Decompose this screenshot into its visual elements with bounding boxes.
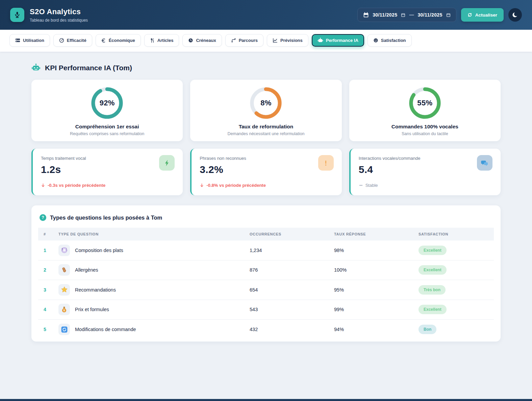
kpi-card-1: 92%Compréhension 1er essaiRequêtes compr… bbox=[31, 80, 183, 141]
satisfaction-badge: Très bon bbox=[419, 285, 446, 295]
tab-parcours[interactable]: Parcours bbox=[225, 34, 263, 47]
kpi-card-2: 8%Taux de reformulationDemandes nécessit… bbox=[190, 80, 341, 141]
taux-reponse-value: 99% bbox=[334, 307, 419, 312]
question-type-tile bbox=[58, 284, 70, 296]
peanut-icon bbox=[61, 267, 68, 273]
stat-label: Interactions vocales/commande bbox=[359, 156, 492, 161]
stat-icon-tile bbox=[318, 155, 334, 171]
kpi-card-3: 55%Commandes 100% vocalesSans utilisatio… bbox=[349, 80, 501, 141]
tab-cr-neaux[interactable]: Créneaux bbox=[182, 34, 222, 47]
question-type-tile bbox=[58, 324, 70, 335]
date-from-input[interactable]: 30/11/2025 bbox=[373, 12, 397, 18]
table-body: 1Composition des plats1,23498%Excellent2… bbox=[38, 241, 494, 340]
tab-performance-ia[interactable]: Performance IA bbox=[312, 34, 364, 47]
refresh-button-label: Actualiser bbox=[475, 12, 497, 18]
calendar-picker-icon[interactable] bbox=[401, 13, 405, 17]
satisfaction-badge: Bon bbox=[419, 325, 436, 334]
down-arrow-icon bbox=[200, 183, 204, 187]
app-subtitle: Tableau de bord des statistiques bbox=[30, 18, 88, 23]
occurrences-value: 1,234 bbox=[250, 248, 334, 253]
row-rank: 5 bbox=[44, 327, 58, 332]
tab-pr-visions[interactable]: Prévisions bbox=[267, 34, 308, 47]
question-type-tile: $ bbox=[58, 304, 70, 315]
kpi-subtitle: Demandes nécessitant une reformulation bbox=[197, 131, 335, 136]
footer-strip bbox=[0, 399, 532, 401]
stat-icon-tile bbox=[477, 155, 492, 171]
plate-icon bbox=[61, 247, 68, 254]
stat-cards: Temps traitement vocal1.2s-0.3s vs pério… bbox=[31, 149, 501, 195]
table-row: 2Allergènes876100%Excellent bbox=[38, 260, 494, 280]
stat-trend: -0.3s vs période précédente bbox=[41, 183, 175, 188]
app-title: S2O Analytics bbox=[30, 7, 88, 16]
app-logo bbox=[10, 8, 24, 22]
kpi-title: Taux de reformulation bbox=[197, 124, 335, 130]
date-to-input[interactable]: 30/11/2025 bbox=[417, 12, 442, 18]
dash-icon bbox=[359, 183, 363, 187]
microphone-icon bbox=[14, 11, 21, 19]
calendar-picker-icon[interactable] bbox=[446, 13, 451, 17]
question-icon: ? bbox=[40, 214, 46, 221]
chat-icon bbox=[481, 159, 488, 167]
refresh-button[interactable]: Actualiser bbox=[461, 8, 504, 22]
page-title-text: KPI Performance IA (Tom) bbox=[45, 64, 132, 72]
smiley-icon bbox=[373, 38, 378, 43]
gauge-icon bbox=[59, 38, 64, 43]
donut-chart: 55% bbox=[408, 86, 441, 120]
calendar-icon bbox=[363, 12, 369, 18]
down-arrow-icon bbox=[41, 183, 45, 187]
tab-articles[interactable]: Articles bbox=[144, 34, 179, 47]
dark-mode-toggle[interactable] bbox=[508, 8, 522, 22]
question-type-tile bbox=[58, 245, 70, 256]
table-row: 1Composition des plats1,23498%Excellent bbox=[38, 241, 494, 260]
table-header-row: #TYPE DE QUESTIONOCCURRENCESTAUX RÉPONSE… bbox=[38, 228, 494, 241]
cutlery-icon bbox=[150, 38, 155, 43]
kpi-title: Compréhension 1er essai bbox=[38, 124, 176, 130]
table-row: 3Recommandations65495%Très bon bbox=[38, 280, 494, 300]
tab-efficacit-[interactable]: Efficacité bbox=[53, 34, 92, 47]
trend-icon bbox=[273, 38, 278, 43]
stat-card-2: Phrases non reconnues3.2%-0.8% vs périod… bbox=[190, 149, 341, 195]
satisfaction-badge: Excellent bbox=[419, 305, 447, 314]
robot-icon bbox=[318, 37, 323, 43]
table-row: 4$Prix et formules54399%Excellent bbox=[38, 300, 494, 320]
app-header: S2O Analytics Tableau de bord des statis… bbox=[0, 0, 532, 30]
tab-utilisation[interactable]: Utilisation bbox=[9, 34, 50, 47]
page-title: KPI Performance IA (Tom) bbox=[31, 63, 501, 72]
kpi-subtitle: Requêtes comprises sans reformulation bbox=[38, 131, 176, 136]
bars-icon bbox=[15, 38, 20, 43]
stat-card-1: Temps traitement vocal1.2s-0.3s vs pério… bbox=[31, 149, 183, 195]
tab-label: Efficacité bbox=[67, 38, 86, 43]
column-header: SATISFACTION bbox=[419, 232, 488, 236]
kpi-donut-cards: 92%Compréhension 1er essaiRequêtes compr… bbox=[31, 80, 501, 141]
question-type-label: Composition des plats bbox=[75, 248, 123, 253]
route-icon bbox=[231, 38, 236, 43]
column-header: TAUX RÉPONSE bbox=[334, 232, 419, 236]
tab-satisfaction[interactable]: Satisfaction bbox=[368, 34, 412, 47]
question-type-label: Prix et formules bbox=[75, 307, 109, 312]
row-rank: 1 bbox=[44, 248, 58, 253]
tab--conomique[interactable]: Économique bbox=[96, 34, 141, 47]
date-range-picker[interactable]: 30/11/2025 — 30/11/2025 bbox=[357, 8, 456, 22]
stat-label: Phrases non reconnues bbox=[200, 156, 333, 161]
question-type-label: Allergènes bbox=[75, 267, 98, 273]
refresh-arrows-icon bbox=[467, 12, 472, 17]
tab-label: Créneaux bbox=[196, 38, 216, 43]
taux-reponse-value: 98% bbox=[334, 248, 419, 253]
date-separator: — bbox=[409, 12, 414, 18]
tab-label: Performance IA bbox=[326, 38, 358, 43]
column-header: OCCURRENCES bbox=[250, 232, 334, 236]
tab-label: Satisfaction bbox=[381, 38, 406, 43]
table-title: ? Types de questions les plus posées à T… bbox=[38, 214, 494, 221]
alert-icon bbox=[322, 159, 329, 167]
donut-value: 55% bbox=[408, 86, 441, 120]
question-type-label: Modifications de commande bbox=[75, 327, 136, 332]
question-type-label: Recommandations bbox=[75, 287, 116, 293]
stat-value: 5.4 bbox=[359, 164, 492, 175]
tab-label: Prévisions bbox=[280, 38, 303, 43]
robot-icon bbox=[31, 63, 41, 72]
refresh-icon bbox=[61, 326, 68, 333]
row-rank: 2 bbox=[44, 267, 58, 273]
stat-value: 3.2% bbox=[200, 164, 333, 175]
occurrences-value: 654 bbox=[250, 287, 334, 293]
euro-icon bbox=[101, 38, 106, 43]
